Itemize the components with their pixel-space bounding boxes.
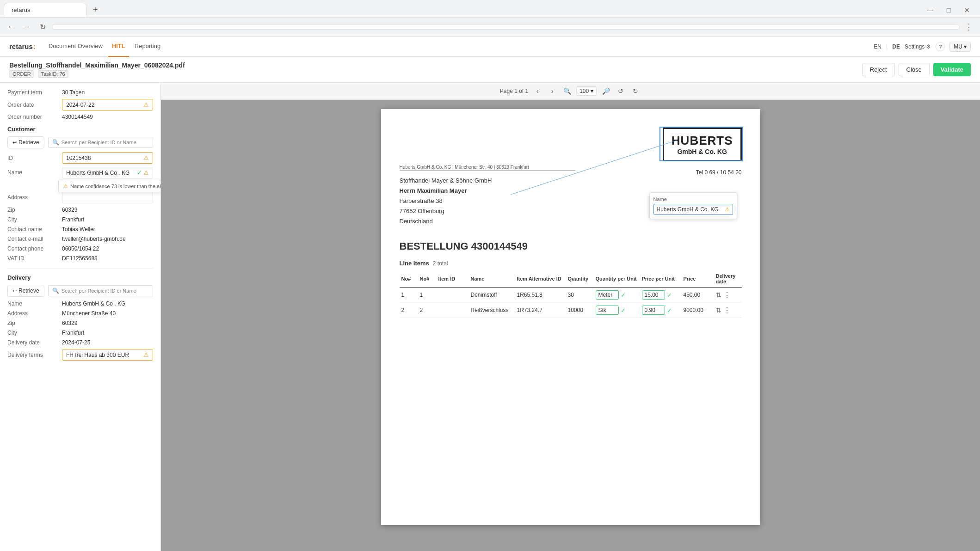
pdf-sender: Huberts GmbH & Co. KG | Münchener Str. 4… — [400, 165, 575, 171]
table-row: 1 1 Denimstoff 1R65.51.8 30 Meter ✓ — [400, 288, 742, 303]
delivery-city-label: City — [7, 330, 58, 336]
row1-col3 — [437, 288, 469, 303]
browser-menu-button[interactable]: ⋮ — [962, 20, 975, 33]
customer-zip-label: Zip — [7, 207, 58, 213]
name-tooltip: ⚠ Name confidence 73 is lower than the a… — [58, 180, 161, 192]
lang-en[interactable]: EN — [874, 43, 881, 50]
settings-button[interactable]: Settings ⚙ — [905, 43, 931, 50]
payment-term-value: 30 Tagen — [62, 89, 85, 96]
contact-name-value: Tobias Weller — [62, 226, 95, 233]
delivery-city-value: Frankfurt — [62, 330, 84, 336]
nav-hitl[interactable]: HITL — [108, 37, 129, 57]
line-items-label: Line Items — [400, 260, 429, 267]
delivery-terms-row: Delivery terms FH frei Haus ab 300 EUR ⚠ — [7, 349, 153, 361]
chevron-down-icon: ▾ — [964, 43, 967, 50]
address-bar[interactable] — [52, 24, 960, 30]
retrieve-icon: ↩ — [12, 140, 17, 146]
pdf-name-popup-input[interactable]: Huberts GmbH & Co. KG ⚠ — [653, 204, 733, 215]
document-type-badge: ORDER — [9, 70, 34, 78]
row2-qty-per-unit: Stk ✓ — [594, 303, 640, 318]
customer-search-input[interactable] — [62, 140, 149, 145]
new-tab-button[interactable]: + — [89, 4, 102, 17]
left-panel: Payment term 30 Tagen Order date 2024-07… — [0, 83, 161, 551]
pdf-name-popup: Name Huberts GmbH & Co. KG ⚠ — [649, 192, 737, 219]
pdf-name-popup-label: Name — [653, 196, 733, 202]
delivery-zip-row: Zip 60329 — [7, 320, 153, 326]
customer-search-wrapper[interactable]: 🔍 — [48, 137, 153, 148]
pdf-rotate-button[interactable]: ↺ — [615, 86, 626, 97]
browser-tab[interactable]: retarus — [4, 3, 87, 17]
customer-retrieve-button[interactable]: ↩ Retrieve — [7, 136, 44, 148]
popup-warning-icon: ⚠ — [725, 206, 730, 213]
pdf-refresh-button[interactable]: ↻ — [630, 86, 641, 97]
window-close-button[interactable]: ✕ — [958, 3, 976, 17]
pdf-prev-page-button[interactable]: ‹ — [532, 86, 543, 97]
nav-document-overview[interactable]: Document Overview — [45, 37, 106, 57]
order-date-label: Order date — [7, 102, 58, 108]
reload-button[interactable]: ↻ — [36, 20, 49, 33]
col-header-no2: No# — [418, 270, 437, 288]
customer-address-row: Address — [7, 191, 153, 203]
delivery-search-wrapper[interactable]: 🔍 — [48, 285, 153, 296]
customer-name-input[interactable]: Huberts GmbH & Co . KG ✓ ⚠ — [62, 167, 153, 178]
validate-button[interactable]: Validate — [933, 63, 971, 76]
delivery-terms-input[interactable]: FH frei Haus ab 300 EUR ⚠ — [62, 349, 153, 361]
lang-de[interactable]: DE — [892, 43, 900, 50]
row2-adjust-icon[interactable]: ⇅ — [716, 306, 721, 314]
tooltip-warning-icon: ⚠ — [63, 183, 68, 189]
pdf-viewer-panel: Page 1 of 1 ‹ › 🔍 100 ▾ 🔎 ↺ ↻ HUBERT — [161, 83, 980, 551]
delivery-address-value: Münchener Straße 40 — [62, 310, 116, 317]
reject-button[interactable]: Reject — [862, 63, 895, 76]
customer-id-input[interactable]: 10215438 ⚠ — [62, 152, 153, 164]
col-header-price: Price — [682, 270, 714, 288]
pdf-logo-sub: GmbH & Co. KG — [672, 148, 733, 155]
delivery-retrieve-button[interactable]: ↩ Retrieve — [7, 285, 44, 297]
pdf-next-page-button[interactable]: › — [547, 86, 558, 97]
main-layout: Payment term 30 Tagen Order date 2024-07… — [0, 83, 980, 551]
row2-name: Reißverschluss — [469, 303, 515, 318]
delivery-name-row: Name Huberts GmbH & Co . KG — [7, 300, 153, 307]
col-header-item-id: Item ID — [437, 270, 469, 288]
pdf-zoom-out-button[interactable]: 🔍 — [561, 86, 573, 97]
pdf-page: HUBERTS GmbH & Co. KG Huberts GmbH & Co.… — [381, 109, 760, 525]
row1-menu-icon[interactable]: ⋮ — [723, 291, 731, 300]
delivery-date-value: 2024-07-25 — [62, 339, 90, 346]
customer-city-label: City — [7, 216, 58, 223]
customer-zip-row: Zip 60329 — [7, 207, 153, 213]
pdf-recipient-line2: Herrn Maximilian Mayer — [400, 186, 575, 196]
tab-title: retarus — [12, 6, 30, 13]
window-minimize-button[interactable]: — — [921, 3, 939, 17]
help-button[interactable]: ? — [936, 42, 945, 51]
nav-reporting[interactable]: Reporting — [131, 37, 164, 57]
col-header-price-per-unit: Price per Unit — [640, 270, 682, 288]
delivery-date-label: Delivery date — [7, 339, 58, 346]
user-menu-button[interactable]: MU ▾ — [949, 42, 971, 52]
customer-name-row: Name Huberts GmbH & Co . KG ✓ ⚠ ⚠ Name c… — [7, 167, 153, 178]
window-maximize-button[interactable]: □ — [939, 3, 958, 17]
col-header-qty-per-unit: Quantity per Unit — [594, 270, 640, 288]
browser-window: retarus + — □ ✕ ← → ↻ ⋮ retarus: Documen… — [0, 0, 980, 551]
forward-button[interactable]: → — [20, 20, 33, 33]
row2-menu-icon[interactable]: ⋮ — [723, 306, 731, 315]
search-icon: 🔍 — [52, 139, 59, 146]
col-header-name: Name — [469, 270, 515, 288]
row1-adjust-icon[interactable]: ⇅ — [716, 291, 721, 299]
app-logo: retarus: — [9, 43, 36, 50]
row1-delivery-date: ⇅ ⋮ — [714, 288, 742, 303]
vat-id-row: VAT ID DE112565688 — [7, 255, 153, 262]
pdf-zoom-in-button[interactable]: 🔎 — [600, 86, 611, 97]
order-date-input[interactable]: 2024-07-22 ⚠ — [62, 99, 153, 110]
row2-qty: 10000 — [566, 303, 594, 318]
customer-city-row: City Frankfurt — [7, 216, 153, 223]
document-title-area: Bestellung_Stoffhandel_Maximilian_Mayer_… — [9, 61, 185, 78]
delivery-zip-label: Zip — [7, 320, 58, 326]
back-button[interactable]: ← — [5, 20, 18, 33]
document-filename: Bestellung_Stoffhandel_Maximilian_Mayer_… — [9, 61, 185, 69]
delivery-search-input[interactable] — [62, 288, 149, 294]
row2-col2: 2 — [418, 303, 437, 318]
delivery-name-value: Huberts GmbH & Co . KG — [62, 300, 125, 307]
pdf-logo-main: HUBERTS — [672, 134, 733, 148]
chevron-down-icon-zoom: ▾ — [591, 88, 593, 94]
customer-address-input[interactable] — [62, 191, 153, 203]
close-button[interactable]: Close — [899, 63, 930, 76]
